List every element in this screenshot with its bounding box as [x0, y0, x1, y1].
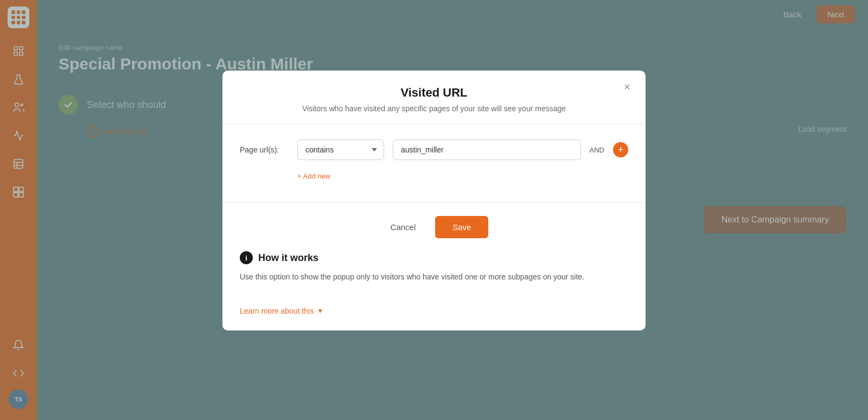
contains-select[interactable]: contains does not contain equals starts …: [297, 139, 384, 160]
modal-close-button[interactable]: ×: [620, 79, 635, 94]
cancel-button[interactable]: Cancel: [380, 217, 427, 237]
learn-more-chevron-icon: ▼: [317, 307, 323, 315]
learn-more-link[interactable]: Learn more about this ▼: [240, 307, 323, 315]
url-input[interactable]: [393, 139, 581, 160]
page-url-label: Page url(s):: [240, 145, 289, 154]
and-label: AND: [590, 146, 604, 154]
info-icon: i: [240, 251, 253, 264]
modal-subtitle: Visitors who have visited any specific p…: [240, 104, 628, 113]
how-it-works-description: Use this option to show the popup only t…: [240, 271, 628, 283]
modal-header: Visited URL Visitors who have visited an…: [222, 71, 646, 124]
modal-title: Visited URL: [240, 86, 628, 100]
how-it-works-section: i How it works Use this option to show t…: [222, 251, 646, 296]
modal-divider: [222, 202, 646, 203]
save-button[interactable]: Save: [435, 216, 488, 238]
how-it-works-title: i How it works: [240, 251, 628, 264]
visited-url-modal: Visited URL Visitors who have visited an…: [222, 71, 646, 330]
modal-body: Page url(s): contains does not contain e…: [222, 124, 646, 192]
modal-actions: Cancel Save: [222, 214, 646, 251]
add-new-link[interactable]: + Add new: [297, 172, 330, 180]
add-condition-button[interactable]: +: [613, 142, 628, 157]
learn-more-text: Learn more about this: [240, 307, 314, 315]
url-form-row: Page url(s): contains does not contain e…: [240, 139, 628, 160]
